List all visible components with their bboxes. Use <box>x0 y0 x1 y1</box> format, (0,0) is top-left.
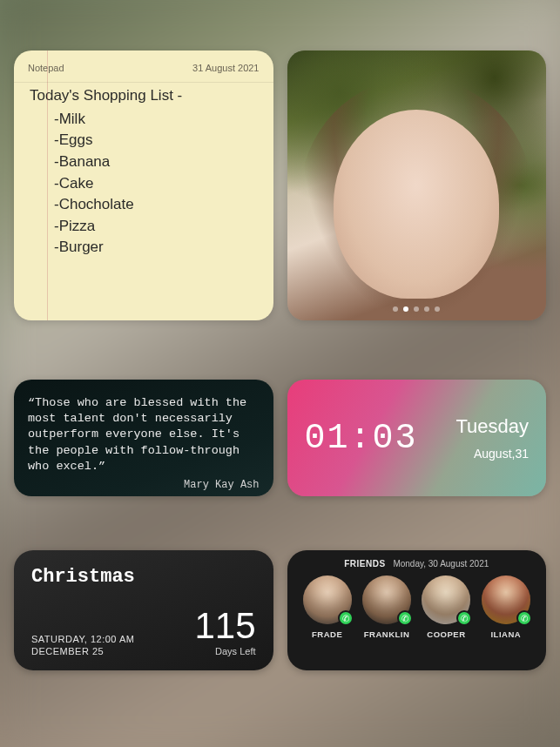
countdown-title: Christmas <box>31 566 256 588</box>
page-indicator[interactable] <box>393 306 440 312</box>
clock-day: Tuesday <box>455 415 529 438</box>
countdown-time-line: SATURDAY, 12:00 AM <box>31 634 134 644</box>
quote-widget[interactable]: Those who are blessed with the most tale… <box>14 380 273 496</box>
clock-time: 01:03 <box>305 419 418 458</box>
countdown-label: Days Left <box>194 646 255 656</box>
page-dot <box>435 306 440 312</box>
friend-name: COOPER <box>418 629 474 639</box>
quote-author: Mary Kay Ash <box>28 478 260 492</box>
friends-label: FRIENDS <box>344 559 385 569</box>
friend-name: FRANKLIN <box>359 629 415 639</box>
notepad-label: Notepad <box>28 63 64 73</box>
friend-name: ILIANA <box>478 629 534 639</box>
friend-name: FRADE <box>300 629 355 639</box>
page-dot <box>424 306 429 312</box>
friends-date: Monday, 30 August 2021 <box>393 559 489 569</box>
quote-text: Those who are blessed with the most tale… <box>28 395 260 474</box>
list-item: Cake <box>54 173 260 195</box>
page-dot <box>393 306 398 312</box>
phone-icon[interactable]: ✆ <box>516 610 532 626</box>
friend-item[interactable]: ✆ ILIANA <box>478 575 534 639</box>
avatar: ✆ <box>422 575 470 624</box>
notepad-widget[interactable]: Notepad 31 August 2021 Today's Shopping … <box>14 50 273 320</box>
list-item: Chocholate <box>54 194 260 216</box>
countdown-date-line: DECEMBER 25 <box>31 646 134 656</box>
countdown-widget[interactable]: Christmas SATURDAY, 12:00 AM DECEMBER 25… <box>14 550 273 670</box>
notepad-date: 31 August 2021 <box>192 63 259 73</box>
avatar: ✆ <box>482 575 530 624</box>
clock-widget[interactable]: 01:03 Tuesday August,31 <box>287 380 547 496</box>
phone-icon[interactable]: ✆ <box>397 610 413 626</box>
list-item: Pizza <box>54 216 260 238</box>
notepad-items: Milk Eggs Banana Cake Chocholate Pizza B… <box>30 109 260 259</box>
clock-date: August,31 <box>455 447 529 461</box>
page-dot <box>403 306 408 312</box>
friend-item[interactable]: ✆ FRADE <box>300 575 355 639</box>
countdown-number: 115 <box>194 608 255 644</box>
friend-item[interactable]: ✆ FRANKLIN <box>359 575 415 639</box>
list-item: Banana <box>54 151 260 173</box>
page-dot <box>414 306 419 312</box>
phone-icon[interactable]: ✆ <box>338 610 354 626</box>
photo-widget[interactable] <box>287 50 547 320</box>
photo-face <box>334 110 499 299</box>
list-item: Milk <box>54 109 260 131</box>
friend-item[interactable]: ✆ COOPER <box>418 575 474 639</box>
list-item: Burger <box>54 237 260 259</box>
friends-widget[interactable]: FRIENDS Monday, 30 August 2021 ✆ FRADE ✆… <box>287 550 547 670</box>
avatar: ✆ <box>362 575 411 624</box>
phone-icon[interactable]: ✆ <box>456 610 472 626</box>
list-item: Eggs <box>54 130 260 151</box>
notepad-title: Today's Shopping List - <box>30 85 260 107</box>
avatar: ✆ <box>303 575 352 624</box>
